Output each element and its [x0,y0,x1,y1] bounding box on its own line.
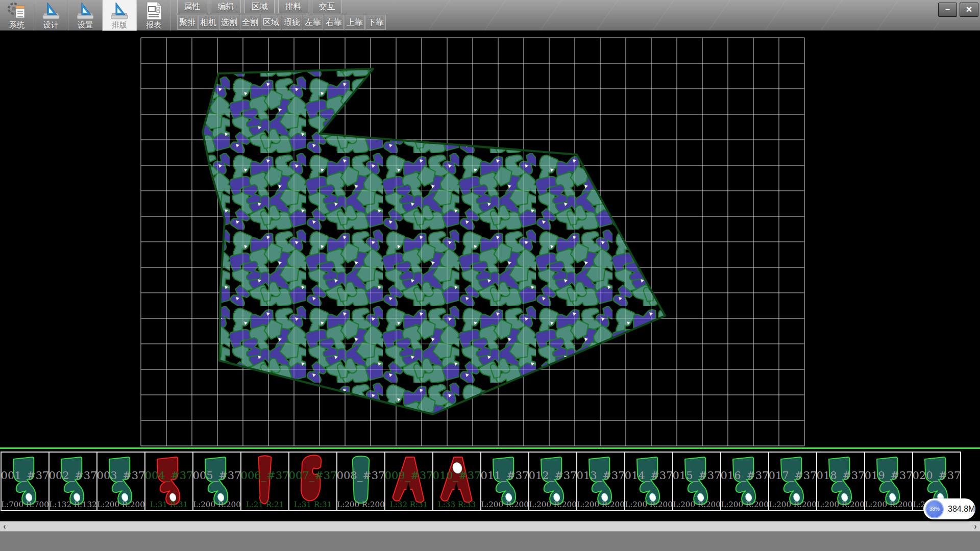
app-tab[interactable]: 报表 [137,0,171,31]
thumbnail-cells: 001_#37L:700 R:700002_#37L:132 R:132003_… [1,452,961,511]
piece-id-label: 016_#37 [719,469,770,482]
app-tab-label: 设计 [43,20,59,30]
memory-progress-badge[interactable]: 38% 384.8M [923,498,975,519]
menu-tab[interactable]: 交互 [312,0,342,13]
thumbnail-cell[interactable]: 009_#37L:32 R:31 [384,452,433,511]
app-tab-label: 系统 [9,20,24,30]
app-tabs: 系统设计设置排版报表 [0,0,171,31]
piece-id-label: 002_#37 [47,469,99,482]
piece-id-label: 007_#37 [287,469,338,482]
scroll-right-icon[interactable]: › [971,522,980,532]
piece-lr-label: L:200 R:200 [527,500,578,509]
minimize-button[interactable]: − [938,3,957,17]
piece-id-label: 001_#37 [0,469,51,482]
horizontal-scrollbar[interactable]: ‹ › [0,521,980,531]
thumbnail-cell[interactable]: 015_#37L:200 R:200 [672,452,721,511]
piece-id-label: 017_#37 [767,469,818,482]
tool-button[interactable]: 瑕疵 [282,15,302,30]
piece-lr-label: L:200 R:200 [335,500,386,509]
menu-tab[interactable]: 属性 [177,0,207,13]
app-tab-label: 排版 [112,20,127,30]
canvas-svg [0,31,980,447]
piece-id-label: 019_#37 [863,469,914,482]
application-window: { "window": { "minimize_icon": "−", "clo… [0,0,980,551]
tool-button[interactable]: 右靠 [324,15,344,30]
memory-size-label: 384.8M [948,505,975,514]
piece-id-label: 013_#37 [575,469,626,482]
report-doc-icon [142,1,165,20]
app-tab[interactable]: 设计 [34,0,68,31]
tool-button[interactable]: 选割 [219,15,239,30]
progress-circle-icon: 38% [925,500,944,518]
piece-lr-label: L:200 R:200 [815,500,866,509]
app-tab[interactable]: 设置 [68,0,103,31]
thumbnail-cell[interactable]: 016_#37L:200 R:200 [720,452,769,511]
tool-button[interactable]: 相机 [198,15,218,30]
menu-tab-row: 属性编辑区域排料交互 [177,0,342,14]
piece-id-label: 009_#37 [383,469,434,482]
thumbnail-cell[interactable]: 007_#37L:31 R:31 [288,452,337,511]
tool-button[interactable]: 下靠 [365,15,386,30]
tool-button-row: 聚排相机选割全割区域瑕疵左靠右靠上靠下靠 [177,15,386,30]
thumbnail-cell[interactable]: 008_#37L:200 R:200 [336,452,385,511]
thumbnail-cell[interactable]: 006_#37L:21 R:21 [240,452,289,511]
set-square-icon [74,1,96,20]
piece-lr-label: L:31 R:31 [143,500,194,509]
thumbnail-cell[interactable]: 002_#37L:132 R:132 [48,452,97,511]
thumbnail-cell[interactable]: 004_#37L:31 R:31 [144,452,193,511]
thumbnail-cell[interactable]: 001_#37L:700 R:700 [1,452,50,511]
thumbnail-cell[interactable]: 013_#37L:200 R:200 [576,452,625,511]
piece-id-label: 018_#37 [815,469,866,482]
thumbnail-cell[interactable]: 012_#37L:200 R:200 [528,452,577,511]
thumbnail-cell[interactable]: 014_#37L:200 R:200 [624,452,673,511]
piece-id-label: 010_#37 [431,469,482,482]
piece-thumbnail-strip: 001_#37L:700 R:700002_#37L:132 R:132003_… [0,449,980,521]
app-tab[interactable]: 系统 [0,0,34,31]
piece-lr-label: L:200 R:200 [671,500,722,509]
tool-button[interactable]: 聚排 [177,15,198,30]
piece-lr-label: L:32 R:31 [383,500,434,509]
app-tab[interactable]: 排版 [103,0,137,31]
set-square-icon [108,1,131,20]
thumbnail-cell[interactable]: 005_#37L:200 R:200 [192,452,241,511]
piece-id-label: 015_#37 [671,469,722,482]
thumbnail-cell[interactable]: 019_#37L:200 R:200 [864,452,913,511]
thumbnail-cell[interactable]: 010_#37L:33 R:33 [432,452,481,511]
piece-lr-label: L:200 R:200 [719,500,770,509]
piece-lr-label: L:31 R:31 [287,500,338,509]
close-button[interactable]: ✕ [960,3,978,17]
menu-tab[interactable]: 编辑 [211,0,241,13]
app-tab-label: 报表 [146,20,161,30]
thumbnail-cell[interactable]: 018_#37L:200 R:200 [816,452,865,511]
piece-lr-label: L:21 R:21 [239,500,290,509]
tool-button[interactable]: 全割 [240,15,260,30]
piece-lr-label: L:200 R:200 [95,500,146,509]
tool-button[interactable]: 区域 [261,15,281,30]
menu-tab[interactable]: 区域 [244,0,275,13]
titlebar: 系统设计设置排版报表 属性编辑区域排料交互 聚排相机选割全割区域瑕疵左靠右靠上靠… [0,0,980,31]
tool-button[interactable]: 上靠 [345,15,365,30]
piece-id-label: 011_#37 [479,469,530,482]
piece-lr-label: L:700 R:700 [0,500,51,509]
thumbnail-cell[interactable]: 017_#37L:200 R:200 [768,452,817,511]
thumbnail-cell[interactable]: 011_#37L:200 R:200 [480,452,529,511]
tool-button[interactable]: 左靠 [303,15,323,30]
piece-lr-label: L:200 R:200 [863,500,914,509]
piece-id-label: 012_#37 [527,469,578,482]
scroll-left-icon[interactable]: ‹ [0,522,9,532]
piece-lr-label: L:200 R:200 [623,500,674,509]
status-bar [0,531,980,551]
piece-id-label: 003_#37 [95,469,146,482]
piece-lr-label: L:132 R:132 [47,500,99,509]
thumbnail-cell[interactable]: 003_#37L:200 R:200 [96,452,145,511]
menu-tab[interactable]: 排料 [278,0,308,13]
piece-lr-label: L:200 R:200 [575,500,626,509]
piece-lr-label: L:200 R:200 [479,500,530,509]
app-tab-label: 设置 [78,20,93,30]
nesting-canvas[interactable] [0,31,980,447]
piece-id-label: 008_#37 [335,469,386,482]
piece-id-label: 014_#37 [623,469,674,482]
piece-lr-label: L:200 R:200 [191,500,242,509]
piece-id-label: 006_#37 [239,469,290,482]
window-controls: − ✕ [938,3,978,17]
